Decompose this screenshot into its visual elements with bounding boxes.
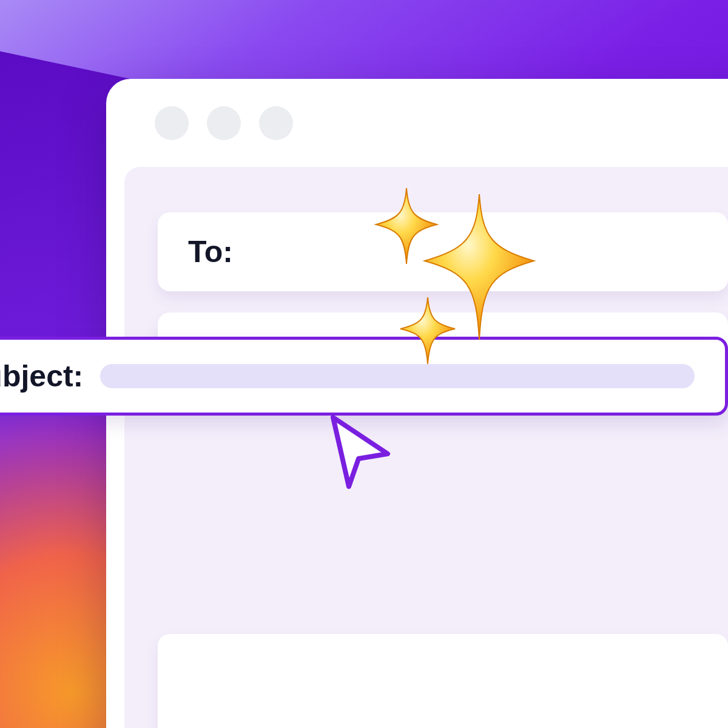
subject-label: Subject: xyxy=(0,359,83,394)
to-label: To: xyxy=(188,234,233,269)
subject-input-placeholder[interactable] xyxy=(100,364,695,388)
subject-field[interactable]: Subject: xyxy=(0,337,728,416)
compose-content: To: Cc: xyxy=(124,167,728,728)
message-body[interactable] xyxy=(158,634,728,728)
window-control-close[interactable] xyxy=(155,106,189,140)
window-control-zoom[interactable] xyxy=(259,106,293,140)
window-control-minimize[interactable] xyxy=(207,106,241,140)
to-field[interactable]: To: xyxy=(158,212,728,291)
window-titlebar xyxy=(106,79,728,167)
